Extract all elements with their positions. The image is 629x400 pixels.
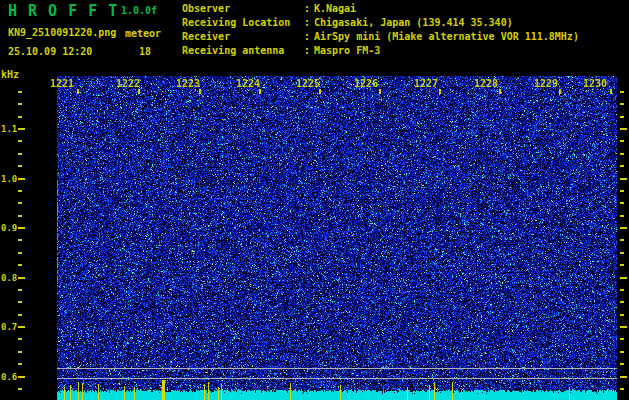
- freq-tick: [18, 227, 25, 229]
- info-colon: :: [304, 45, 314, 59]
- time-tick-label: 1229: [534, 78, 558, 89]
- freq-tick: [18, 215, 22, 217]
- freq-tick: [620, 116, 624, 118]
- time-tick-label: 1230: [583, 78, 607, 89]
- freq-tick: [620, 252, 624, 254]
- freq-tick: [18, 388, 22, 390]
- freq-tick: [620, 264, 624, 266]
- info-colon: :: [304, 3, 314, 17]
- freq-tick: [620, 202, 624, 204]
- time-tick: [610, 89, 612, 94]
- timestamp: 25.10.09 12:20: [8, 46, 92, 57]
- freq-tick: [620, 91, 624, 93]
- freq-tick: [620, 338, 624, 340]
- time-tick: [77, 89, 79, 94]
- time-tick-label: 1223: [176, 78, 200, 89]
- info-value: Maspro FM-3: [314, 45, 380, 59]
- freq-tick: [18, 103, 22, 105]
- time-tick-label: 1222: [116, 78, 140, 89]
- freq-tick: [18, 239, 22, 241]
- freq-tick: [620, 301, 624, 303]
- freq-tick: [18, 301, 22, 303]
- output-filename: KN9_2510091220.png: [8, 27, 116, 38]
- freq-tick: [620, 363, 624, 365]
- freq-tick: [18, 326, 25, 328]
- freq-tick: [620, 140, 624, 142]
- freq-tick: [18, 314, 22, 316]
- freq-tick: [18, 128, 25, 130]
- info-value: AirSpy mini (Miake alternative VOR 111.8…: [314, 31, 579, 45]
- time-tick-label: 1227: [414, 78, 438, 89]
- freq-tick: [620, 277, 627, 279]
- freq-tick: [18, 376, 25, 378]
- info-row: Receiver:AirSpy mini (Miake alternative …: [182, 31, 579, 45]
- freq-tick: [18, 91, 22, 93]
- freq-tick: [620, 351, 624, 353]
- freq-tick: [620, 103, 624, 105]
- freq-tick: [620, 376, 627, 378]
- info-label: Receiver: [182, 31, 304, 45]
- freq-tick: [18, 178, 25, 180]
- freq-tick: [18, 264, 22, 266]
- freq-tick-label: 0.9: [1, 223, 17, 233]
- info-row: Observer:K.Nagai: [182, 3, 579, 17]
- time-tick-label: 1221: [50, 78, 74, 89]
- freq-tick-label: 0.6: [1, 372, 17, 382]
- time-tick-label: 1224: [236, 78, 260, 89]
- freq-tick: [620, 215, 624, 217]
- time-tick-label: 1225: [296, 78, 320, 89]
- meteor-count-value: 18: [139, 46, 151, 57]
- time-tick: [319, 89, 321, 94]
- freq-tick-label: 1.1: [1, 124, 17, 134]
- time-tick-label: 1226: [354, 78, 378, 89]
- info-row: Receiving antenna:Maspro FM-3: [182, 45, 579, 59]
- freq-tick: [620, 227, 627, 229]
- info-row: Receiving Location:Chigasaki, Japan (139…: [182, 17, 579, 31]
- freq-tick-label: 0.8: [1, 273, 17, 283]
- info-label: Receiving antenna: [182, 45, 304, 59]
- info-value: Chigasaki, Japan (139.414 35.340): [314, 17, 513, 31]
- freq-tick: [18, 338, 22, 340]
- app-title: H R O F F T: [8, 3, 118, 19]
- freq-tick: [620, 153, 624, 155]
- freq-tick: [620, 239, 624, 241]
- time-tick: [259, 89, 261, 94]
- freq-tick: [18, 363, 22, 365]
- freq-tick-label: 1.0: [1, 174, 17, 184]
- freq-tick: [18, 289, 22, 291]
- freq-tick: [18, 351, 22, 353]
- freq-tick: [18, 252, 22, 254]
- hrofft-screen: H R O F F T 1.0.0f KN9_2510091220.png me…: [0, 0, 629, 400]
- info-value: K.Nagai: [314, 3, 356, 17]
- time-tick: [559, 89, 561, 94]
- info-label: Receiving Location: [182, 17, 304, 31]
- info-label: Observer: [182, 3, 304, 17]
- time-tick: [439, 89, 441, 94]
- time-tick: [138, 89, 140, 94]
- time-tick-label: 1228: [474, 78, 498, 89]
- freq-tick: [18, 277, 25, 279]
- y-axis-unit-label: kHz: [1, 69, 19, 80]
- time-tick: [499, 89, 501, 94]
- meteor-count-label: meteor: [125, 28, 161, 39]
- time-tick: [379, 89, 381, 94]
- freq-tick: [18, 153, 22, 155]
- freq-tick: [18, 140, 22, 142]
- freq-tick: [620, 289, 624, 291]
- freq-tick: [620, 326, 627, 328]
- info-colon: :: [304, 17, 314, 31]
- freq-tick: [18, 116, 22, 118]
- freq-tick: [620, 314, 624, 316]
- freq-tick: [620, 165, 624, 167]
- freq-tick: [18, 190, 22, 192]
- app-version: 1.0.0f: [121, 5, 157, 16]
- spectrogram-canvas: [57, 76, 617, 400]
- freq-tick: [620, 178, 627, 180]
- freq-tick-label: 0.7: [1, 322, 17, 332]
- freq-tick: [620, 128, 627, 130]
- station-info-block: Observer:K.NagaiReceiving Location:Chiga…: [182, 3, 579, 59]
- time-tick: [199, 89, 201, 94]
- freq-tick: [620, 388, 624, 390]
- freq-tick: [18, 202, 22, 204]
- info-colon: :: [304, 31, 314, 45]
